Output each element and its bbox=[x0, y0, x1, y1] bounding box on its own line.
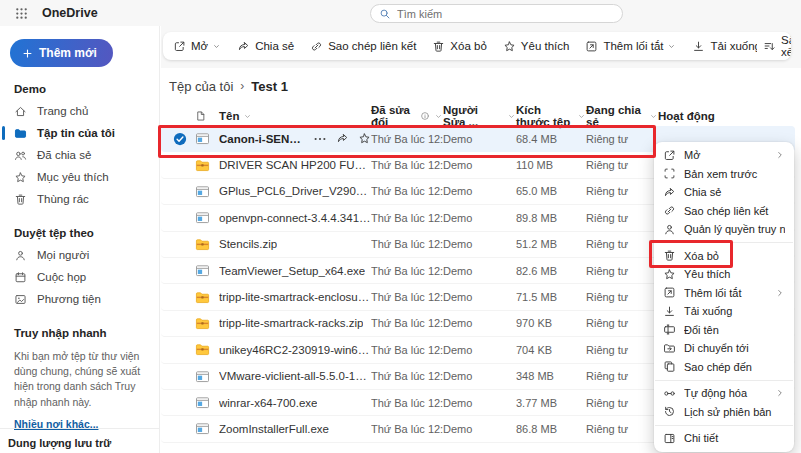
chevron-down-icon bbox=[434, 112, 443, 121]
file-name: tripp-lite-smartrack-racks.zip bbox=[219, 317, 371, 329]
column-header-modified-by[interactable]: Người Sửa ... bbox=[443, 104, 516, 128]
context-menu-item-star[interactable]: Yêu thích bbox=[654, 265, 794, 284]
context-menu-item-label: Mở bbox=[684, 149, 767, 161]
toolbar-trash-button[interactable]: Xóa bỏ bbox=[424, 33, 494, 59]
context-menu-item-trash[interactable]: Xóa bỏ bbox=[654, 247, 794, 266]
app-file-icon bbox=[195, 131, 219, 146]
context-menu-item-copy[interactable]: Sao chép đến bbox=[654, 358, 794, 377]
sidebar-item[interactable]: Mọi người bbox=[0, 245, 159, 265]
quick-access-description: Khi bạn mở tệp từ thư viện dùng chung, c… bbox=[0, 345, 159, 410]
row-actions bbox=[313, 132, 371, 146]
file-modified: Thứ Ba lúc 12:2... bbox=[371, 317, 443, 329]
info-icon bbox=[420, 111, 430, 121]
sidebar-item-label: Thùng rác bbox=[37, 193, 89, 205]
file-size: 348 MB bbox=[516, 370, 586, 382]
app-title: OneDrive bbox=[42, 6, 98, 20]
context-menu-item-move[interactable]: Di chuyển tới bbox=[654, 339, 794, 358]
selected-check-icon[interactable] bbox=[165, 132, 195, 146]
search-input[interactable] bbox=[397, 8, 614, 20]
search-box[interactable] bbox=[370, 4, 623, 23]
file-size: 86.8 MB bbox=[516, 423, 586, 435]
column-header-modified[interactable]: Đã sửa đổi bbox=[371, 104, 443, 128]
file-sharing: Riêng tư bbox=[586, 370, 658, 382]
toolbar-button-label: Yêu thích bbox=[521, 40, 570, 52]
context-menu-item-history[interactable]: Lịch sử phiên bản bbox=[654, 403, 794, 422]
sidebar-item[interactable]: Đã chia sẻ bbox=[0, 145, 159, 165]
file-sharing: Riêng tư bbox=[586, 423, 658, 435]
toolbar-button-label: Mở bbox=[191, 40, 208, 52]
file-name: DRIVER SCAN HP200 FULL.rar bbox=[219, 159, 371, 171]
context-menu-item-automate[interactable]: Tự động hóa bbox=[654, 384, 794, 403]
file-sharing: Riêng tư bbox=[586, 133, 658, 145]
sidebar-item[interactable]: Tập tin của tôi bbox=[0, 123, 159, 143]
sidebar-item[interactable]: Phương tiện bbox=[0, 289, 159, 309]
context-menu-item-label: Quản lý quyền truy nhập bbox=[684, 223, 785, 235]
file-modified: Thứ Ba lúc 12:2... bbox=[371, 370, 443, 382]
file-modified: Thứ Ba lúc 12:2... bbox=[371, 159, 443, 171]
context-menu-item-rename[interactable]: Đổi tên bbox=[654, 321, 794, 340]
sort-button[interactable]: Sắp xếp bbox=[757, 32, 791, 60]
plus-icon bbox=[22, 48, 33, 59]
context-menu-item-details[interactable]: Chi tiết bbox=[654, 429, 794, 448]
context-menu-item-label: Chia sẻ bbox=[684, 186, 785, 198]
breadcrumb-parent[interactable]: Tệp của tôi bbox=[169, 79, 233, 94]
toolbar-button-label: Chia sẻ bbox=[255, 40, 294, 52]
toolbar-link-button[interactable]: Sao chép liên kết bbox=[302, 33, 424, 59]
breadcrumb-separator: › bbox=[240, 79, 244, 93]
context-menu-item-download[interactable]: Tải xuống bbox=[654, 302, 794, 321]
file-sharing: Riêng tư bbox=[586, 238, 658, 250]
toolbar-star-button[interactable]: Yêu thích bbox=[495, 33, 578, 59]
column-header-activity: Hoạt động bbox=[658, 110, 795, 122]
history-icon bbox=[663, 405, 676, 418]
file-sharing: Riêng tư bbox=[586, 291, 658, 303]
search-icon bbox=[379, 8, 391, 20]
more-icon[interactable] bbox=[313, 132, 327, 146]
file-sharing: Riêng tư bbox=[586, 344, 658, 356]
toolbar-open-button[interactable]: Mở bbox=[165, 33, 229, 59]
app-file-icon bbox=[195, 395, 219, 410]
column-header-sharing[interactable]: Đang chia sẻ bbox=[586, 104, 658, 128]
context-menu-item-open[interactable]: Mở bbox=[654, 146, 794, 165]
file-modified-by: Demo bbox=[443, 291, 516, 303]
file-sharing: Riêng tư bbox=[586, 185, 658, 197]
file-size: 970 KB bbox=[516, 317, 586, 329]
toolbar-share-button[interactable]: Chia sẻ bbox=[229, 33, 302, 59]
column-header-name[interactable]: Tên bbox=[219, 110, 371, 122]
sidebar-item[interactable]: Trang chủ bbox=[0, 101, 159, 121]
file-name: openvpn-connect-3.4.4.3412_signed.msi bbox=[219, 212, 371, 224]
context-menu-item-label: Thêm lối tắt bbox=[684, 287, 767, 299]
file-size: 704 KB bbox=[516, 344, 586, 356]
context-menu-item-person[interactable]: Quản lý quyền truy nhập bbox=[654, 220, 794, 239]
file-modified: Thứ Ba lúc 12:2... bbox=[371, 344, 443, 356]
column-header-size[interactable]: Kích thước tệp bbox=[516, 104, 586, 128]
automate-icon bbox=[663, 387, 676, 400]
sidebar-item-label: Mọi người bbox=[37, 249, 89, 261]
star-icon bbox=[14, 171, 27, 184]
file-sharing: Riêng tư bbox=[586, 265, 658, 277]
context-menu-item-link[interactable]: Sao chép liên kết bbox=[654, 202, 794, 221]
file-sharing: Riêng tư bbox=[586, 397, 658, 409]
file-modified-by: Demo bbox=[443, 370, 516, 382]
app-launcher-icon[interactable] bbox=[12, 4, 30, 22]
zip-file-icon bbox=[195, 290, 219, 305]
app-file-icon bbox=[195, 184, 219, 199]
file-modified-by: Demo bbox=[443, 212, 516, 224]
share-icon[interactable] bbox=[336, 132, 349, 145]
file-name: tripp-lite-smartrack-enclosures.zip bbox=[219, 291, 371, 303]
sidebar-item[interactable]: Cuộc họp bbox=[0, 267, 159, 287]
trash-icon bbox=[14, 193, 27, 206]
toolbar-shortcut-button[interactable]: Thêm lối tắt bbox=[577, 33, 684, 59]
file-modified: Thứ Ba lúc 12:2... bbox=[371, 238, 443, 250]
file-modified: Thứ Ba lúc 12:2... bbox=[371, 423, 443, 435]
context-menu-item-share[interactable]: Chia sẻ bbox=[654, 183, 794, 202]
share-icon bbox=[663, 186, 676, 199]
context-menu-item-preview[interactable]: Bản xem trước bbox=[654, 165, 794, 184]
people-icon bbox=[14, 149, 27, 162]
file-type-column-icon[interactable] bbox=[195, 110, 219, 122]
sidebar-item[interactable]: Thùng rác bbox=[0, 189, 159, 209]
file-modified-by: Demo bbox=[443, 133, 516, 145]
context-menu-item-shortcut[interactable]: Thêm lối tắt bbox=[654, 284, 794, 303]
sidebar-item[interactable]: Mục yêu thích bbox=[0, 167, 159, 187]
new-button[interactable]: Thêm mới bbox=[10, 39, 113, 67]
star-icon[interactable] bbox=[358, 132, 371, 145]
